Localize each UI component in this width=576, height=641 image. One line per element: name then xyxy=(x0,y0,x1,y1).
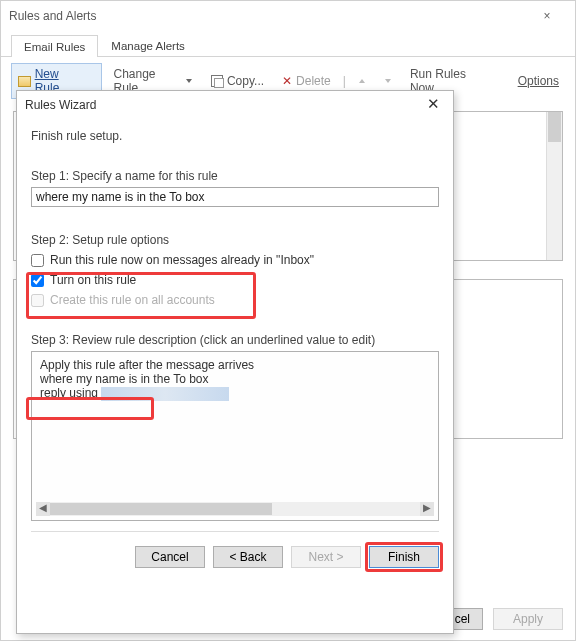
wizard-finish-button[interactable]: Finish xyxy=(369,546,439,568)
copy-button[interactable]: Copy... xyxy=(205,71,270,91)
step2-label: Step 2: Setup rule options xyxy=(31,233,439,247)
desc-line-2: where my name is in the To box xyxy=(40,372,430,386)
new-rule-icon xyxy=(18,76,31,87)
desc-line-3-prefix: reply using xyxy=(40,386,101,400)
rules-alerts-close-icon[interactable]: × xyxy=(527,9,567,23)
all-accounts-label: Create this rule on all accounts xyxy=(50,293,215,307)
desc-horizontal-scrollbar[interactable]: ◀ ▶ xyxy=(36,502,434,516)
wizard-cancel-button[interactable]: Cancel xyxy=(135,546,205,568)
copy-label: Copy... xyxy=(227,74,264,88)
tab-email-rules[interactable]: Email Rules xyxy=(11,35,98,57)
delete-button[interactable]: ✕ Delete xyxy=(276,71,337,91)
scroll-right-icon[interactable]: ▶ xyxy=(420,502,434,516)
dropdown-icon xyxy=(185,77,193,85)
run-now-checkbox-row[interactable]: Run this rule now on messages already in… xyxy=(31,253,439,267)
rule-description-preview[interactable]: Apply this rule after the message arrive… xyxy=(31,351,439,521)
tab-manage-alerts[interactable]: Manage Alerts xyxy=(98,34,198,56)
scroll-thumb[interactable] xyxy=(548,112,561,142)
wizard-heading: Finish rule setup. xyxy=(31,129,439,143)
wizard-close-button[interactable]: ✕ xyxy=(421,95,445,115)
desc-line-3: reply using xyxy=(40,386,430,401)
all-accounts-checkbox-row: Create this rule on all accounts xyxy=(31,293,439,307)
rule-name-input[interactable] xyxy=(31,187,439,207)
scrollbar[interactable] xyxy=(546,112,562,260)
delete-label: Delete xyxy=(296,74,331,88)
arrow-up-icon xyxy=(358,77,366,85)
rules-alerts-title: Rules and Alerts xyxy=(9,9,527,23)
scroll-left-icon[interactable]: ◀ xyxy=(36,502,50,516)
delete-icon: ✕ xyxy=(282,74,292,88)
turn-on-checkbox[interactable] xyxy=(31,274,44,287)
turn-on-label: Turn on this rule xyxy=(50,273,136,287)
all-accounts-checkbox xyxy=(31,294,44,307)
wizard-back-button[interactable]: < Back xyxy=(213,546,283,568)
move-up-button[interactable] xyxy=(352,74,372,88)
copy-icon xyxy=(211,75,223,87)
wizard-title: Rules Wizard xyxy=(25,98,421,112)
wizard-next-button: Next > xyxy=(291,546,361,568)
rules-wizard-dialog: Rules Wizard ✕ Finish rule setup. Step 1… xyxy=(16,90,454,634)
scroll-thumb-h[interactable] xyxy=(50,503,272,515)
rules-alerts-apply-button: Apply xyxy=(493,608,563,630)
desc-line-1: Apply this rule after the message arrive… xyxy=(40,358,430,372)
desc-blurred-value[interactable] xyxy=(101,387,228,401)
run-now-checkbox[interactable] xyxy=(31,254,44,267)
step3-label: Step 3: Review rule description (click a… xyxy=(31,333,439,347)
move-down-button[interactable] xyxy=(378,74,398,88)
step1-label: Step 1: Specify a name for this rule xyxy=(31,169,439,183)
arrow-down-icon xyxy=(384,77,392,85)
options-button[interactable]: Options xyxy=(512,71,565,91)
run-now-label: Run this rule now on messages already in… xyxy=(50,253,314,267)
turn-on-checkbox-row[interactable]: Turn on this rule xyxy=(31,273,439,287)
